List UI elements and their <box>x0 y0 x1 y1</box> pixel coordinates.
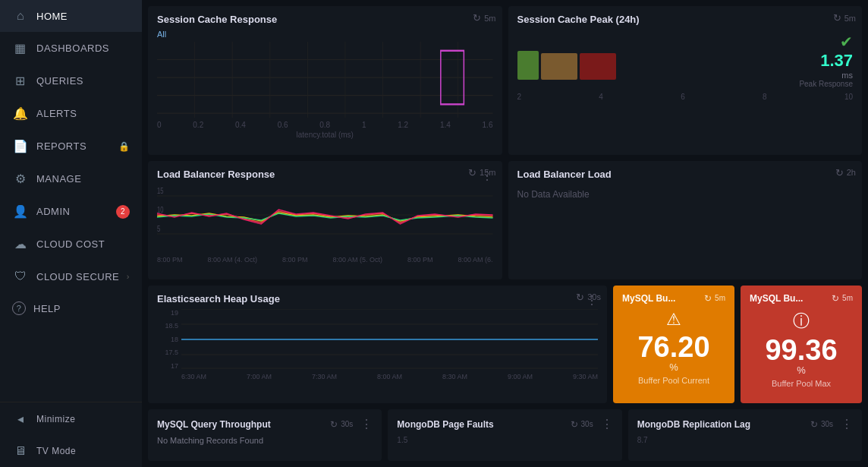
mongodb-replication-y-val: 8.7 <box>637 436 853 444</box>
nav-label-admin: ADMIN <box>36 206 70 217</box>
mysql-query-title: MySQL Query Throughput <box>157 419 271 430</box>
reports-icon: 📄 <box>12 139 29 153</box>
refresh-label2: 5m <box>844 14 856 23</box>
nav-label-help: HELP <box>33 303 61 314</box>
session-cache-response-title: Session Cache Response <box>157 14 277 25</box>
es-x-labels: 6:30 AM7:00 AM7:30 AM8:00 AM8:30 AM9:00 … <box>181 373 598 380</box>
nav-label-cloud-secure: CLOUD SECURE <box>36 271 119 282</box>
minimize-icon: ◂ <box>12 412 29 426</box>
sidebar-item-dashboards[interactable]: ▦ DASHBOARDS <box>0 32 142 65</box>
svg-text:15: 15 <box>157 187 164 195</box>
mongodb-replication-menu[interactable]: ⋮ <box>841 417 853 431</box>
refresh-icon2: ↻ <box>833 12 841 24</box>
refresh-icon9: ↻ <box>571 419 578 430</box>
peak-value: 1.37 <box>820 51 853 71</box>
refresh-icon5: ↻ <box>576 292 584 303</box>
mysql-orange-refresh[interactable]: ↻ 5m <box>704 293 725 304</box>
refresh-label: 5m <box>484 14 495 23</box>
lb-response-panel: Load Balancer Response ↻ 15m ⋮ 15 10 5 <box>148 161 502 279</box>
mysql-query-panel: MySQL Query Throughput ↻ 30s ⋮ No Matchi… <box>148 409 382 461</box>
mysql-bu-red-panel: MySQL Bu... ↻ 5m ⓘ 99.36 % Buffer Pool M… <box>741 286 862 404</box>
peak-label: Peak Response <box>799 80 853 88</box>
svg-text:5: 5 <box>157 225 160 233</box>
mysql-query-menu[interactable]: ⋮ <box>360 417 373 431</box>
x-axis-labels: 00.20.40.60.811.21.41.6 <box>157 121 493 129</box>
sidebar-item-home[interactable]: ⌂ HOME <box>0 0 142 32</box>
tv-icon: 🖥 <box>12 444 29 458</box>
session-cache-peak-refresh[interactable]: ↻ 5m <box>833 12 856 24</box>
peak-unit: ms <box>841 71 853 80</box>
refresh-label6: 5m <box>715 294 725 302</box>
es-refresh[interactable]: ↻ 30s <box>576 292 601 303</box>
mongodb-replication-controls: ↻ 30s ⋮ <box>810 417 853 431</box>
session-cache-peak-title: Session Cache Peak (24h) <box>517 14 640 25</box>
nav-label-dashboards: DASHBOARDS <box>36 43 109 54</box>
cloud-secure-icon: 🛡 <box>12 270 29 283</box>
sidebar-item-alerts[interactable]: 🔔 ALERTS <box>0 97 142 130</box>
mysql-orange-title: MySQL Bu... <box>622 293 675 304</box>
es-heap-panel: Elasticsearch Heap Usage ↻ 30s ⋮ 1918.51… <box>148 286 607 404</box>
es-chart <box>181 309 598 370</box>
es-chart-container: 1918.51817.517 <box>157 309 598 370</box>
x-axis-label: latency.total (ms) <box>157 131 493 139</box>
cloud-cost-icon: ☁ <box>12 237 29 251</box>
mongodb-replication-title: MongoDB Replication Lag <box>637 419 750 430</box>
sidebar: ⌂ HOME ▦ DASHBOARDS ⊞ QUERIES 🔔 ALERTS 📄… <box>0 0 142 467</box>
mysql-orange-warning-icon: ⚠ <box>666 310 681 330</box>
mongodb-faults-header: MongoDB Page Faults ↻ 30s ⋮ <box>397 417 612 431</box>
refresh-icon8: ↻ <box>330 419 338 430</box>
session-cache-chart <box>157 42 493 118</box>
refresh-icon: ↻ <box>473 12 481 24</box>
bottom-row: MySQL Query Throughput ↻ 30s ⋮ No Matchi… <box>148 409 862 461</box>
sidebar-item-queries[interactable]: ⊞ QUERIES <box>0 65 142 97</box>
nav-label-queries: QUERIES <box>36 75 83 87</box>
lb-load-panel: Load Balancer Load ↻ 2h No Data Availabl… <box>508 161 863 279</box>
admin-badge: 2 <box>116 205 130 219</box>
es-y-axis: 1918.51817.517 <box>157 309 178 370</box>
session-cache-refresh[interactable]: ↻ 5m <box>473 12 495 24</box>
chevron-right-icon: › <box>127 272 130 281</box>
lb-response-title: Load Balancer Response <box>157 169 275 180</box>
peak-x-labels: 246810 <box>517 93 854 101</box>
sidebar-item-help[interactable]: ? HELP <box>0 292 142 324</box>
sidebar-minimize[interactable]: ◂ Minimize <box>0 402 142 435</box>
row3: Elasticsearch Heap Usage ↻ 30s ⋮ 1918.51… <box>148 286 862 404</box>
mongodb-replication-panel: MongoDB Replication Lag ↻ 30s ⋮ 8.7 <box>628 409 862 461</box>
main-content: Session Cache Response ↻ 5m All <box>142 0 868 467</box>
lb-load-refresh[interactable]: ↻ 2h <box>835 167 856 178</box>
mysql-red-title: MySQL Bu... <box>750 293 803 304</box>
nav-label-home: HOME <box>36 11 68 22</box>
refresh-label4: 2h <box>847 168 856 177</box>
lock-icon: 🔒 <box>118 141 131 152</box>
mysql-red-refresh[interactable]: ↻ 5m <box>832 293 853 304</box>
sidebar-item-reports[interactable]: 📄 REPORTS 🔒 <box>0 130 142 163</box>
sidebar-item-manage[interactable]: ⚙ MANAGE <box>0 163 142 195</box>
lb-x-labels: 8:00 PM8:00 AM (4. Oct)8:00 PM8:00 AM (5… <box>157 256 493 263</box>
mongodb-faults-y-val: 1.5 <box>397 436 612 444</box>
refresh-icon6: ↻ <box>704 293 712 304</box>
nav-label-minimize: Minimize <box>36 414 75 424</box>
refresh-label9: 30s <box>581 420 593 428</box>
peak-bar-darkred <box>580 53 616 80</box>
sidebar-item-cloud-secure[interactable]: 🛡 CLOUD SECURE › <box>0 260 142 292</box>
sidebar-item-cloud-cost[interactable]: ☁ CLOUD COST <box>0 228 142 260</box>
nav-label-reports: REPORTS <box>36 140 86 152</box>
peak-bar-brown <box>541 53 577 80</box>
refresh-icon4: ↻ <box>835 167 844 178</box>
lb-refresh[interactable]: ↻ 15m <box>468 167 495 178</box>
sidebar-tv-mode[interactable]: 🖥 TV Mode <box>0 435 142 467</box>
mysql-bu-orange-panel: MySQL Bu... ↻ 5m ⚠ 76.20 % Buffer Pool C… <box>613 286 734 404</box>
nav-label-tv-mode: TV Mode <box>36 446 76 456</box>
peak-bar-green <box>517 51 539 80</box>
nav-label-cloud-cost: CLOUD COST <box>36 238 105 250</box>
admin-icon: 👤 <box>12 204 29 219</box>
sidebar-item-admin[interactable]: 👤 ADMIN 2 <box>0 195 142 228</box>
mysql-query-controls: ↻ 30s ⋮ <box>330 417 373 431</box>
refresh-label7: 5m <box>842 294 853 302</box>
mongodb-faults-controls: ↻ 30s ⋮ <box>571 417 613 431</box>
session-cache-peak-panel: Session Cache Peak (24h) ↻ 5m ✔ 1.37 ms … <box>508 6 863 155</box>
mysql-orange-label: Buffer Pool Current <box>638 376 709 385</box>
nav-label-manage: MANAGE <box>36 173 81 185</box>
mongodb-faults-menu[interactable]: ⋮ <box>601 417 613 431</box>
alerts-icon: 🔔 <box>12 106 29 121</box>
